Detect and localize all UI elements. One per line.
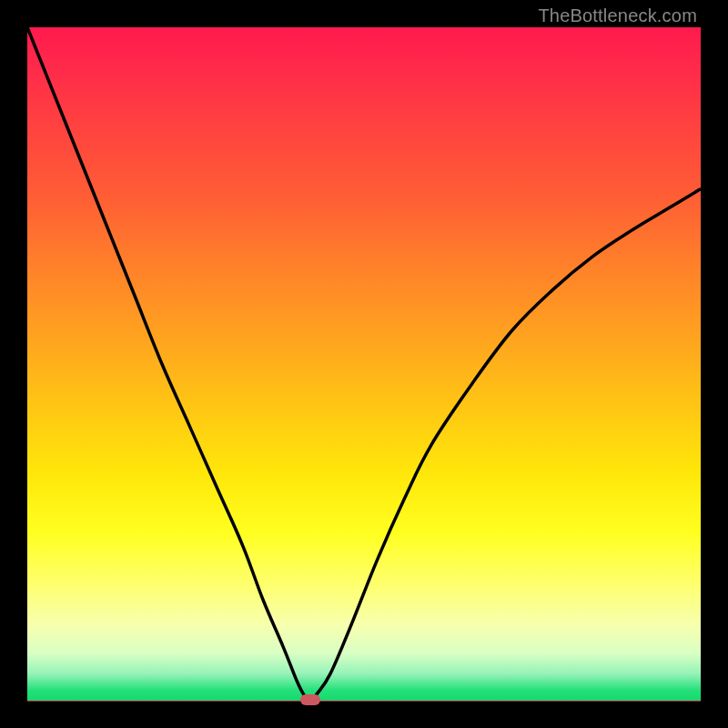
optimal-marker: [300, 694, 320, 705]
curve-path: [27, 27, 701, 701]
plot-area: [27, 27, 701, 702]
chart-stage: TheBottleneck.com: [0, 0, 728, 728]
watermark-text: TheBottleneck.com: [538, 5, 697, 26]
bottleneck-curve: [27, 27, 701, 701]
